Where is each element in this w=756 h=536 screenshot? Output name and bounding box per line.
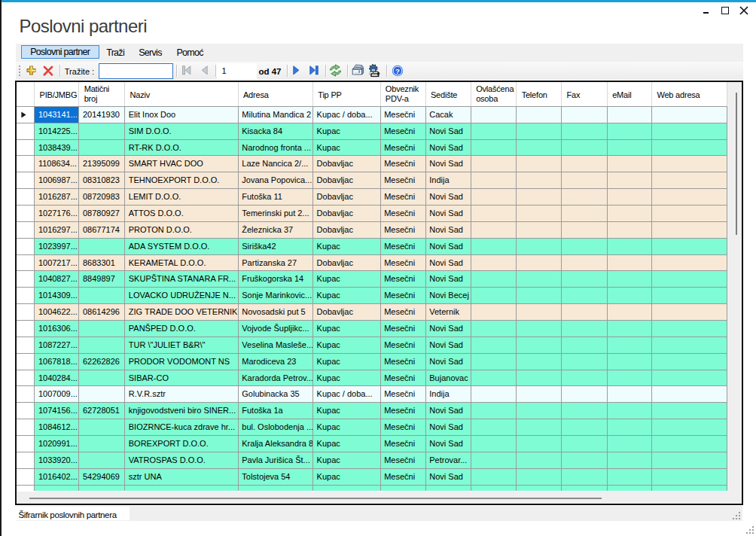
- svg-text:?: ?: [395, 67, 400, 75]
